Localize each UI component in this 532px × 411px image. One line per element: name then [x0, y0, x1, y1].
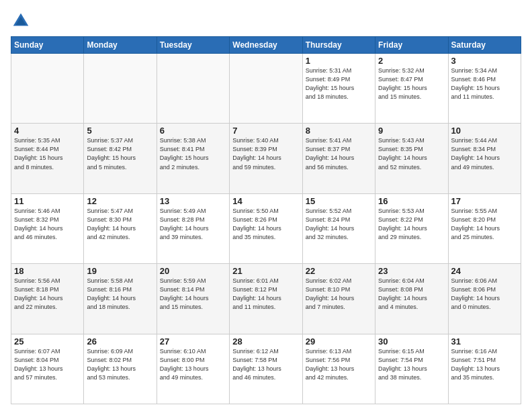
day-info: Sunrise: 5:52 AMSunset: 8:24 PMDaylight:… [306, 207, 372, 242]
day-info: Sunrise: 5:43 AMSunset: 8:35 PMDaylight:… [378, 136, 445, 171]
day-cell: 13Sunrise: 5:49 AMSunset: 8:28 PMDayligh… [157, 193, 229, 263]
day-number: 9 [378, 126, 445, 136]
week-row-2: 4Sunrise: 5:35 AMSunset: 8:44 PMDaylight… [11, 124, 521, 193]
day-cell: 18Sunrise: 5:56 AMSunset: 8:18 PMDayligh… [11, 264, 84, 334]
day-info: Sunrise: 5:44 AMSunset: 8:34 PMDaylight:… [451, 136, 518, 171]
day-cell: 6Sunrise: 5:38 AMSunset: 8:41 PMDaylight… [157, 124, 229, 193]
day-cell [84, 54, 157, 124]
day-number: 20 [160, 266, 226, 276]
day-number: 23 [378, 266, 445, 276]
day-number: 12 [87, 196, 153, 206]
day-info: Sunrise: 5:41 AMSunset: 8:37 PMDaylight:… [306, 136, 372, 171]
day-number: 13 [160, 196, 226, 206]
day-info: Sunrise: 6:01 AMSunset: 8:12 PMDaylight:… [232, 277, 299, 312]
logo-icon [11, 11, 31, 31]
day-number: 8 [306, 126, 372, 136]
day-info: Sunrise: 5:34 AMSunset: 8:46 PMDaylight:… [451, 66, 518, 101]
day-info: Sunrise: 6:02 AMSunset: 8:10 PMDaylight:… [306, 277, 372, 312]
day-number: 29 [306, 336, 372, 347]
day-info: Sunrise: 6:16 AMSunset: 7:51 PMDaylight:… [451, 347, 518, 382]
day-cell: 1Sunrise: 5:31 AMSunset: 8:49 PMDaylight… [302, 54, 375, 124]
day-number: 10 [451, 126, 518, 136]
weekday-sunday: Sunday [11, 37, 84, 54]
logo [11, 11, 34, 31]
day-info: Sunrise: 5:58 AMSunset: 8:16 PMDaylight:… [87, 277, 153, 312]
weekday-friday: Friday [375, 37, 448, 54]
day-info: Sunrise: 5:49 AMSunset: 8:28 PMDaylight:… [160, 207, 226, 242]
header [11, 11, 521, 31]
day-number: 27 [160, 336, 226, 347]
day-number: 3 [451, 56, 518, 66]
day-info: Sunrise: 6:09 AMSunset: 8:02 PMDaylight:… [87, 347, 153, 382]
day-info: Sunrise: 6:10 AMSunset: 8:00 PMDaylight:… [160, 347, 226, 382]
week-row-1: 1Sunrise: 5:31 AMSunset: 8:49 PMDaylight… [11, 54, 521, 124]
day-number: 4 [14, 126, 81, 136]
day-info: Sunrise: 6:06 AMSunset: 8:06 PMDaylight:… [451, 277, 518, 312]
day-cell [230, 54, 302, 124]
day-info: Sunrise: 5:32 AMSunset: 8:47 PMDaylight:… [378, 66, 445, 101]
day-cell: 31Sunrise: 6:16 AMSunset: 7:51 PMDayligh… [448, 334, 521, 404]
day-cell: 14Sunrise: 5:50 AMSunset: 8:26 PMDayligh… [230, 193, 302, 263]
day-number: 31 [451, 336, 518, 347]
day-number: 25 [14, 336, 81, 347]
day-cell: 2Sunrise: 5:32 AMSunset: 8:47 PMDaylight… [375, 54, 448, 124]
day-number: 24 [451, 266, 518, 276]
day-number: 11 [14, 196, 81, 206]
day-number: 22 [306, 266, 372, 276]
day-cell: 22Sunrise: 6:02 AMSunset: 8:10 PMDayligh… [302, 264, 375, 334]
day-cell: 16Sunrise: 5:53 AMSunset: 8:22 PMDayligh… [375, 193, 448, 263]
week-row-4: 18Sunrise: 5:56 AMSunset: 8:18 PMDayligh… [11, 264, 521, 334]
weekday-thursday: Thursday [302, 37, 375, 54]
weekday-wednesday: Wednesday [230, 37, 302, 54]
day-cell: 21Sunrise: 6:01 AMSunset: 8:12 PMDayligh… [230, 264, 302, 334]
day-number: 2 [378, 56, 445, 66]
day-number: 19 [87, 266, 153, 276]
day-info: Sunrise: 5:46 AMSunset: 8:32 PMDaylight:… [14, 207, 81, 242]
day-number: 15 [306, 196, 372, 206]
day-number: 30 [378, 336, 445, 347]
day-cell: 11Sunrise: 5:46 AMSunset: 8:32 PMDayligh… [11, 193, 84, 263]
day-cell: 4Sunrise: 5:35 AMSunset: 8:44 PMDaylight… [11, 124, 84, 193]
page: SundayMondayTuesdayWednesdayThursdayFrid… [0, 0, 532, 411]
weekday-header-row: SundayMondayTuesdayWednesdayThursdayFrid… [11, 37, 521, 54]
day-info: Sunrise: 5:38 AMSunset: 8:41 PMDaylight:… [160, 136, 226, 171]
day-cell: 8Sunrise: 5:41 AMSunset: 8:37 PMDaylight… [302, 124, 375, 193]
day-number: 21 [232, 266, 299, 276]
day-cell: 25Sunrise: 6:07 AMSunset: 8:04 PMDayligh… [11, 334, 84, 404]
day-info: Sunrise: 6:04 AMSunset: 8:08 PMDaylight:… [378, 277, 445, 312]
day-number: 17 [451, 196, 518, 206]
day-cell: 28Sunrise: 6:12 AMSunset: 7:58 PMDayligh… [230, 334, 302, 404]
weekday-monday: Monday [84, 37, 157, 54]
day-info: Sunrise: 6:12 AMSunset: 7:58 PMDaylight:… [232, 347, 299, 382]
day-cell: 29Sunrise: 6:13 AMSunset: 7:56 PMDayligh… [302, 334, 375, 404]
day-cell: 26Sunrise: 6:09 AMSunset: 8:02 PMDayligh… [84, 334, 157, 404]
weekday-saturday: Saturday [448, 37, 521, 54]
week-row-3: 11Sunrise: 5:46 AMSunset: 8:32 PMDayligh… [11, 193, 521, 263]
day-info: Sunrise: 5:31 AMSunset: 8:49 PMDaylight:… [306, 66, 372, 101]
day-info: Sunrise: 5:53 AMSunset: 8:22 PMDaylight:… [378, 207, 445, 242]
day-cell: 17Sunrise: 5:55 AMSunset: 8:20 PMDayligh… [448, 193, 521, 263]
week-row-5: 25Sunrise: 6:07 AMSunset: 8:04 PMDayligh… [11, 334, 521, 404]
day-info: Sunrise: 5:40 AMSunset: 8:39 PMDaylight:… [232, 136, 299, 171]
day-number: 14 [232, 196, 299, 206]
day-number: 1 [306, 56, 372, 66]
day-cell: 19Sunrise: 5:58 AMSunset: 8:16 PMDayligh… [84, 264, 157, 334]
day-cell: 5Sunrise: 5:37 AMSunset: 8:42 PMDaylight… [84, 124, 157, 193]
day-cell [157, 54, 229, 124]
weekday-tuesday: Tuesday [157, 37, 229, 54]
day-number: 26 [87, 336, 153, 347]
day-info: Sunrise: 5:55 AMSunset: 8:20 PMDaylight:… [451, 207, 518, 242]
day-info: Sunrise: 6:13 AMSunset: 7:56 PMDaylight:… [306, 347, 372, 382]
day-cell: 3Sunrise: 5:34 AMSunset: 8:46 PMDaylight… [448, 54, 521, 124]
day-cell: 24Sunrise: 6:06 AMSunset: 8:06 PMDayligh… [448, 264, 521, 334]
day-cell: 9Sunrise: 5:43 AMSunset: 8:35 PMDaylight… [375, 124, 448, 193]
day-cell: 20Sunrise: 5:59 AMSunset: 8:14 PMDayligh… [157, 264, 229, 334]
day-number: 18 [14, 266, 81, 276]
day-number: 7 [232, 126, 299, 136]
day-number: 28 [232, 336, 299, 347]
calendar-table: SundayMondayTuesdayWednesdayThursdayFrid… [11, 36, 521, 404]
day-cell: 15Sunrise: 5:52 AMSunset: 8:24 PMDayligh… [302, 193, 375, 263]
day-number: 6 [160, 126, 226, 136]
day-cell [11, 54, 84, 124]
day-info: Sunrise: 6:07 AMSunset: 8:04 PMDaylight:… [14, 347, 81, 382]
